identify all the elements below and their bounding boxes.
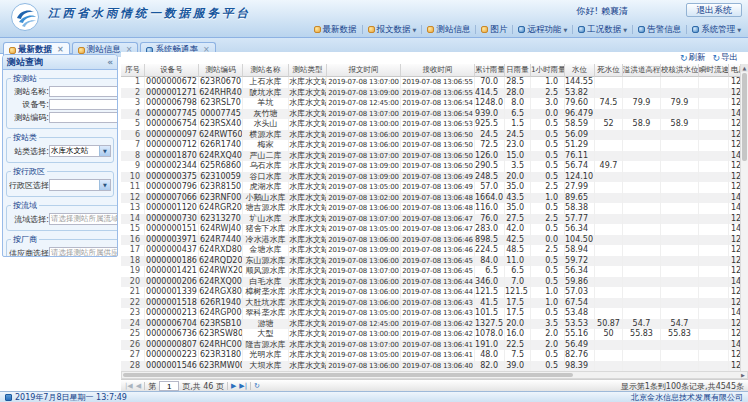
column-header-11[interactable]: 水位 — [565, 64, 595, 77]
column-header-2[interactable]: 设备号 — [145, 64, 199, 77]
table-row[interactable]: 210000001339624RGX80樟树垄水库水库水文站2019-07-08… — [121, 287, 740, 298]
column-header-8[interactable]: 累计雨量 — [475, 64, 505, 77]
cell — [595, 140, 623, 151]
export-button[interactable]: ↻ 导出 — [712, 52, 738, 64]
table-row[interactable]: 170000000437624RXD80金塘水库水库水文站2019-07-08 … — [121, 245, 740, 256]
scroll-right-icon[interactable]: ▶ — [739, 372, 747, 378]
vertical-scrollbar[interactable]: ▲ — [740, 64, 748, 371]
cell: 冷水港水库 — [243, 235, 289, 246]
column-header-10[interactable]: 1小时雨量 — [531, 64, 565, 77]
text-field[interactable] — [49, 86, 118, 97]
table-row[interactable]: 50000006754623RSX40水头山水库水文站2019-07-08 13… — [121, 119, 740, 130]
cell — [661, 151, 699, 162]
cell: 17.5 — [505, 308, 531, 319]
cell: 624RXD80 — [199, 245, 243, 256]
table-row[interactable]: 20000001271624RHR40陂坑水库水库水文站2019-07-08 1… — [121, 88, 740, 99]
column-header-15[interactable]: 瞬时流速 — [699, 64, 729, 77]
vertical-scroll-thumb[interactable] — [742, 73, 747, 161]
cell: 2019-07-08 13:06:48 — [401, 193, 475, 204]
table-row[interactable]: 200000000206624RXQ00白毛水库水库水文站2019-07-08 … — [121, 277, 740, 288]
menu-item-7[interactable]: 告警信息 — [634, 24, 685, 36]
column-header-13[interactable]: 溢洪道高程 — [623, 64, 661, 77]
first-page-button[interactable]: |◀ — [125, 382, 133, 390]
chevron-down-icon[interactable]: ▼ — [99, 180, 110, 190]
menu-item-5[interactable]: 远程功能▼ — [514, 24, 571, 36]
menu-item-1[interactable]: 最新数据 — [310, 24, 361, 36]
menu-item-4[interactable]: 图片 — [477, 24, 511, 36]
column-header-16[interactable]: 电压 — [729, 64, 740, 77]
horizontal-scroll-thumb[interactable] — [123, 373, 573, 377]
menu-item-2[interactable]: 报文数据▼ — [364, 24, 421, 36]
table-row[interactable]: 30000006798623RSL70羊坑水库水文站2019-07-08 12:… — [121, 98, 740, 109]
table-row[interactable]: 270000000223623R3180光明水库水库水文站2019-07-08 … — [121, 350, 740, 361]
column-header-14[interactable]: 校核洪水位 — [661, 64, 699, 77]
scroll-up-icon[interactable]: ▲ — [741, 64, 748, 72]
table-row[interactable]: 260000000807624RHC00隆吉源水库水库水文站2019-07-08… — [121, 340, 740, 351]
table-row[interactable]: 10000000037562310059谷口水库水库水文站2019-07-08 … — [121, 172, 740, 183]
text-field[interactable] — [49, 99, 118, 110]
table-row[interactable]: 190000001421624RWX20顺风源水库水库水文站2019-07-08… — [121, 266, 740, 277]
select-field[interactable]: ▼ — [49, 179, 111, 191]
cell: 43.5 — [505, 193, 531, 204]
select-field[interactable]: 请选择测站所属流域▼ — [49, 213, 118, 225]
last-page-button[interactable]: ▶| — [239, 382, 247, 390]
cell: 76.0 — [475, 214, 505, 225]
close-icon[interactable]: × — [57, 46, 64, 54]
table-row[interactable]: 110000000796623R8150虎湖水库水库水文站2019-07-08 … — [121, 182, 740, 193]
table-row[interactable]: 250000006736623RSW80大型水库水文站2019-07-08 13… — [121, 329, 740, 340]
table-row[interactable]: 60000000097624RWT60横源水库水库水文站2019-07-08 1… — [121, 130, 740, 141]
table-row[interactable]: 220000001518626R1940大肚坑水库水库水文站2019-07-08… — [121, 298, 740, 309]
next-page-button[interactable]: ▶ — [231, 382, 236, 390]
table-row[interactable]: 180000000186624RQD20东山源水库水库水文站2019-07-08… — [121, 256, 740, 267]
column-header-12[interactable]: 死水位 — [595, 64, 623, 77]
table-row[interactable]: 70000000712626R1740梅家水库水文站2019-07-08 13:… — [121, 140, 740, 151]
column-header-1[interactable]: 序号 — [121, 64, 145, 77]
cell: 10 — [121, 172, 145, 183]
select-field[interactable]: 请选择测站所属供应商▼ — [49, 247, 118, 257]
data-table: 序号设备号测站编码测站名称测站类型报文时间接收时间累计雨量日雨量1小时雨量水位死… — [121, 64, 740, 371]
table-row[interactable]: 10000000672623R0670上石水库水库水文站2019-07-08 1… — [121, 77, 740, 88]
column-header-4[interactable]: 测站名称 — [243, 64, 289, 77]
chevron-down-icon[interactable]: ▼ — [99, 146, 110, 156]
page-input[interactable] — [159, 381, 179, 391]
pager-refresh-button[interactable]: ↻ — [254, 382, 260, 390]
column-header-7[interactable]: 接收时间 — [401, 64, 475, 77]
table-row[interactable]: 280000001546623RMW00大坝水库水库水文站2019-07-08 … — [121, 361, 740, 372]
table-row[interactable]: 120000007066623RNF00小鹅山水库水库水文站2019-07-08… — [121, 193, 740, 204]
cell: 0.5 — [531, 119, 565, 130]
menu-item-8[interactable]: 系统管理▼ — [688, 24, 745, 36]
refresh-button[interactable]: ↻ 刷新 — [680, 52, 706, 64]
cell: 0000001339 — [145, 287, 199, 298]
table-row[interactable]: 14000000073062313270圹山水库水库水文站2019-07-08 … — [121, 214, 740, 225]
form-row: 站类选择:水库水文站▼ — [9, 145, 111, 157]
table-row[interactable]: 80000001870624RXQ40严山二库水库水文站2019-07-08 1… — [121, 151, 740, 162]
horizontal-scrollbar[interactable]: ▶ — [121, 371, 748, 379]
select-field[interactable]: 水库水文站▼ — [49, 145, 111, 157]
cell: 52 — [595, 119, 623, 130]
prev-page-button[interactable]: ◀ — [136, 382, 141, 390]
column-header-6[interactable]: 报文时间 — [327, 64, 401, 77]
menu-item-3[interactable]: 测站信息 — [423, 24, 474, 36]
cell: 623RSB10 — [199, 319, 243, 330]
cell: 626R1940 — [199, 298, 243, 309]
cell: 水头山 — [243, 119, 289, 130]
table-row[interactable]: 230000000213624RGP00翠科垄水库水库水文站2019-07-08… — [121, 308, 740, 319]
table-row[interactable]: 4000000774500007745灰竹塘水库水文站2019-07-08 13… — [121, 109, 740, 120]
menu-item-6[interactable]: 工况数据▼ — [574, 24, 631, 36]
table-row[interactable]: 240000006704623RSB10游塘水库水文站2019-07-08 12… — [121, 319, 740, 330]
cell: 19 — [121, 266, 145, 277]
column-header-5[interactable]: 测站类型 — [289, 64, 327, 77]
column-header-9[interactable]: 日雨量 — [505, 64, 531, 77]
cell: 0000001120 — [145, 203, 199, 214]
table-row[interactable]: 150000000151624RWJ40猪舍下水库水库水文站2019-07-08… — [121, 224, 740, 235]
column-header-3[interactable]: 测站编码 — [199, 64, 243, 77]
text-field[interactable] — [49, 112, 118, 123]
chevron-down-icon: ▼ — [413, 27, 417, 33]
logout-button[interactable]: 退出系统 — [686, 3, 742, 17]
table-row[interactable]: 160000003971624R7440冷水港水库水库水文站2019-07-08… — [121, 235, 740, 246]
table-row[interactable]: 90000002344625R6860乌石水库水库水文站2019-07-08 1… — [121, 161, 740, 172]
cell — [595, 109, 623, 120]
cell: 2019-07-08 13:07:00 — [327, 151, 401, 162]
collapse-button[interactable]: « — [107, 55, 113, 70]
table-row[interactable]: 130000001120624RGR20塘吉源水库水库水文站2019-07-08… — [121, 203, 740, 214]
